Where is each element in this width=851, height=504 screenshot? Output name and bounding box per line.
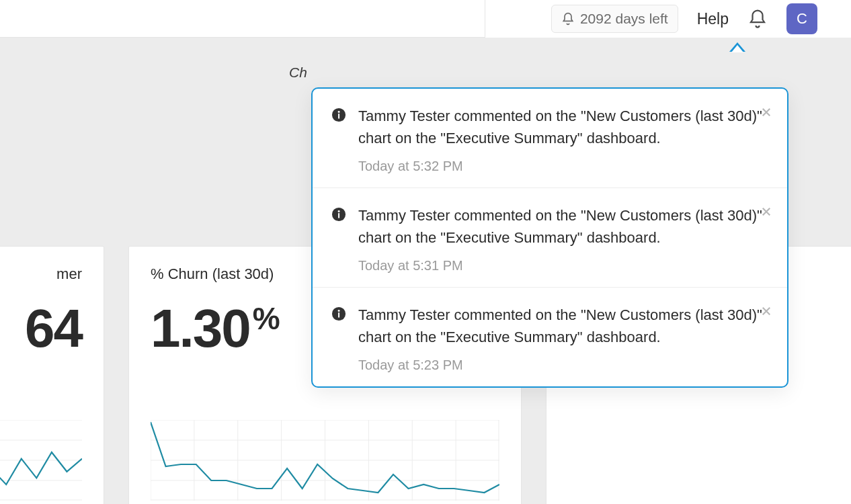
svg-rect-7 [338,312,339,317]
info-icon [331,108,346,122]
help-link[interactable]: Help [697,10,729,28]
notification-item[interactable]: Tammy Tester commented on the "New Custo… [313,288,787,386]
row-label-fragment: Ch [289,65,307,81]
notification-close-button[interactable] [760,206,772,220]
bell-icon [747,9,768,29]
close-icon [760,305,772,317]
search-wrap [0,0,532,38]
notification-body: Tammy Tester commented on the "New Custo… [358,304,768,373]
notification-item[interactable]: Tammy Tester commented on the "New Custo… [313,188,787,288]
notification-text: Tammy Tester commented on the "New Custo… [358,105,768,149]
info-icon [331,207,346,222]
card-metric-fragment: 64 [0,302,82,355]
notification-item[interactable]: Tammy Tester commented on the "New Custo… [313,89,787,188]
svg-point-2 [338,111,340,113]
card-title-fragment: mer [0,265,82,283]
avatar-letter: C [797,10,807,28]
sparkline-chart [0,420,82,501]
notification-close-button[interactable] [760,305,772,320]
svg-rect-4 [338,213,339,218]
avatar[interactable]: C [786,3,817,34]
metric-value: 1.30 [151,298,250,358]
metric-unit: % [253,301,279,336]
notification-time: Today at 5:23 PM [358,358,768,373]
info-icon [331,306,346,321]
notification-time: Today at 5:32 PM [358,159,768,174]
notification-close-button[interactable] [760,106,772,121]
popover-arrow-inner [731,45,743,52]
notifications-button[interactable] [747,9,768,29]
bell-icon [561,12,575,26]
trial-days-badge[interactable]: 2092 days left [551,5,678,33]
search-input[interactable] [0,0,485,38]
close-icon [760,206,772,218]
sparkline-chart [151,420,499,501]
notification-text: Tammy Tester commented on the "New Custo… [358,304,768,348]
metric-card[interactable]: mer 64 [0,246,104,504]
svg-point-5 [338,210,340,212]
svg-rect-1 [338,114,339,118]
close-icon [760,106,772,118]
svg-point-8 [338,310,340,312]
notifications-popover: Tammy Tester commented on the "New Custo… [311,87,788,388]
notification-body: Tammy Tester commented on the "New Custo… [358,204,768,274]
top-bar: 2092 days left Help C [0,0,851,38]
notification-time: Today at 5:31 PM [358,258,768,274]
trial-days-label: 2092 days left [580,11,668,27]
notification-text: Tammy Tester commented on the "New Custo… [358,204,768,249]
notification-body: Tammy Tester commented on the "New Custo… [358,105,768,174]
content-area: Ch Tammy Tester commented on the "New Cu… [0,38,851,504]
